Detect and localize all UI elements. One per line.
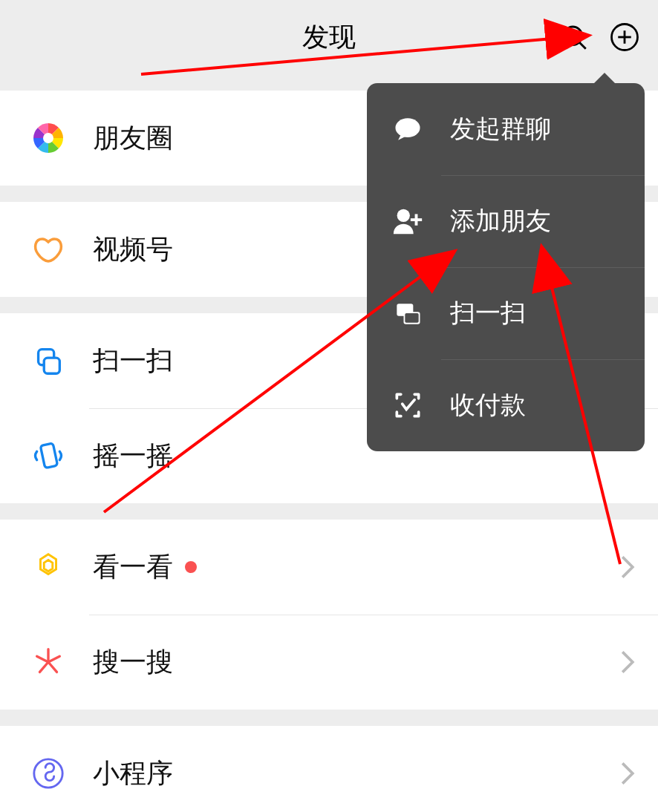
shake-icon	[30, 437, 67, 474]
popup-label: 添加朋友	[450, 204, 551, 238]
svg-point-17	[396, 118, 420, 137]
chat-bubble-icon	[389, 111, 426, 148]
add-friend-icon	[389, 203, 426, 240]
miniprograms-icon	[30, 755, 67, 792]
svg-rect-23	[405, 313, 418, 323]
popup-item-scan[interactable]: 扫一扫	[367, 267, 645, 359]
svg-line-12	[37, 656, 48, 662]
page-title: 发现	[302, 19, 356, 56]
popup-label: 收付款	[450, 388, 526, 422]
popup-label: 发起群聊	[450, 112, 551, 146]
header-bar: 发现	[0, 0, 658, 74]
svg-line-1	[579, 42, 586, 49]
svg-line-15	[48, 662, 57, 672]
row-topstories[interactable]: 看一看	[0, 520, 658, 615]
scan-qr-icon	[389, 295, 426, 332]
svg-point-5	[43, 133, 53, 143]
popup-label: 扫一扫	[450, 296, 526, 330]
plus-popup-menu: 发起群聊 添加朋友 扫一扫	[367, 83, 645, 451]
search-row-icon	[30, 644, 67, 681]
svg-point-0	[564, 27, 582, 45]
row-label: 小程序	[93, 756, 619, 792]
svg-rect-8	[40, 443, 57, 468]
popup-item-groupchat[interactable]: 发起群聊	[367, 83, 645, 175]
chevron-right-icon	[619, 649, 636, 675]
popup-item-addfriend[interactable]: 添加朋友	[367, 175, 645, 267]
moments-icon	[30, 119, 67, 157]
scan-icon	[30, 342, 67, 379]
svg-line-14	[40, 662, 49, 672]
payment-icon	[389, 387, 426, 424]
search-icon	[558, 22, 590, 53]
chevron-right-icon	[619, 761, 636, 786]
popup-item-pay[interactable]: 收付款	[367, 359, 645, 451]
plus-button[interactable]	[607, 20, 642, 54]
topstories-icon	[30, 549, 67, 586]
search-button[interactable]	[557, 20, 591, 54]
row-search[interactable]: 搜一搜	[0, 615, 658, 710]
svg-line-13	[48, 656, 59, 662]
row-label: 搜一搜	[93, 644, 619, 681]
unread-dot	[185, 561, 197, 573]
row-label: 看一看	[93, 549, 173, 586]
chevron-right-icon	[619, 554, 636, 580]
channels-icon	[30, 231, 67, 268]
svg-rect-20	[411, 218, 422, 221]
row-miniprograms[interactable]: 小程序	[0, 726, 658, 812]
svg-rect-7	[44, 358, 59, 373]
svg-point-18	[397, 209, 410, 222]
svg-marker-10	[44, 560, 53, 571]
plus-circle-icon	[609, 22, 640, 53]
